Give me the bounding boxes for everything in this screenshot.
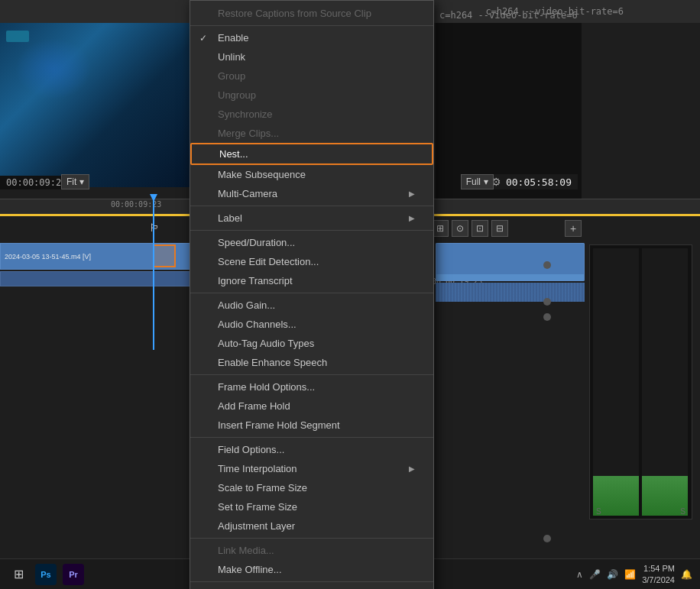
fit-chevron-icon: ▾ xyxy=(79,176,84,187)
menu-item-enable-enhance-speech[interactable]: Enable Enhance Speech xyxy=(190,353,433,372)
fit-dropdown[interactable]: Fit ▾ xyxy=(61,174,89,189)
timecode-left-display: 00:00:09:20 xyxy=(6,177,66,188)
clock-date: 3/7/2024 xyxy=(642,574,675,585)
menu-separator-8 xyxy=(190,581,433,582)
timeline-tool-2[interactable]: ⊙ xyxy=(452,220,468,237)
menu-separator-5 xyxy=(190,374,433,375)
photoshop-icon[interactable]: Ps xyxy=(35,564,57,585)
full-quality-dropdown[interactable]: Full ▾ xyxy=(461,174,494,189)
menu-item-rename[interactable]: Rename... xyxy=(190,584,433,589)
menu-label-enable: Enable xyxy=(218,32,248,44)
menu-label-audio-channels: Audio Channels... xyxy=(218,319,297,330)
timecode-right-area: ⚙ 00:05:58:09 xyxy=(485,174,578,189)
menu-item-merge-clips[interactable]: Merge Clips... xyxy=(190,124,433,143)
menu-item-enable[interactable]: Enable xyxy=(190,28,433,47)
track-dot-4 xyxy=(543,535,551,542)
menu-label-ungroup: Ungroup xyxy=(218,89,256,101)
premiere-icon[interactable]: Pr xyxy=(63,564,84,585)
taskbar-right: ∧ 🎤 🔊 📶 1:54 PM 3/7/2024 🔔 xyxy=(576,563,692,585)
time-interpolation-submenu-arrow: ▶ xyxy=(409,464,415,473)
timeline-tool-3[interactable]: ⊡ xyxy=(472,220,488,237)
menu-separator-7 xyxy=(190,538,433,539)
menu-label-auto-tag-audio-types: Auto-Tag Audio Types xyxy=(218,338,314,349)
menu-separator-6 xyxy=(190,437,433,438)
menu-item-time-interpolation[interactable]: Time Interpolation ▶ xyxy=(190,459,433,478)
menu-item-make-subsequence[interactable]: Make Subsequence xyxy=(190,165,433,184)
menu-item-label[interactable]: Label ▶ xyxy=(190,209,433,228)
menu-separator-2 xyxy=(190,206,433,206)
menu-item-speed-duration[interactable]: Speed/Duration... xyxy=(190,233,433,252)
clock-time: 1:54 PM xyxy=(642,563,675,574)
menu-label-adjustment-layer: Adjustment Layer xyxy=(218,520,295,532)
menu-label-make-offline: Make Offline... xyxy=(218,564,282,575)
track-dot-2 xyxy=(543,298,551,306)
menu-item-set-to-frame-size[interactable]: Set to Frame Size xyxy=(190,497,433,516)
volume-icon[interactable]: 🔊 xyxy=(607,569,618,580)
menu-item-audio-gain[interactable]: Audio Gain... xyxy=(190,296,433,315)
menu-item-synchronize[interactable]: Synchronize xyxy=(190,105,433,124)
label-submenu-arrow: ▶ xyxy=(409,214,415,222)
menu-item-group[interactable]: Group xyxy=(190,66,433,86)
menu-item-scene-edit-detection[interactable]: Scene Edit Detection... xyxy=(190,252,433,271)
full-label: Full xyxy=(466,176,481,187)
preview-left-image xyxy=(0,23,191,187)
menu-item-multi-camera[interactable]: Multi-Camera ▶ xyxy=(190,184,433,203)
fit-label: Fit xyxy=(66,176,76,187)
track-dot-1 xyxy=(543,261,551,269)
menu-item-link-media[interactable]: Link Media... xyxy=(190,541,433,560)
menu-label-scale-to-frame-size: Scale to Frame Size xyxy=(218,482,307,494)
menu-label-merge-clips: Merge Clips... xyxy=(218,128,279,139)
chevron-up-icon[interactable]: ∧ xyxy=(576,569,583,580)
menu-label-add-frame-hold: Add Frame Hold xyxy=(218,400,290,412)
menu-item-insert-frame-hold-segment[interactable]: Insert Frame Hold Segment xyxy=(190,416,433,435)
menu-label-time-interpolation: Time Interpolation xyxy=(218,463,297,474)
menu-item-ungroup[interactable]: Ungroup xyxy=(190,86,433,105)
menu-label-synchronize: Synchronize xyxy=(218,108,273,120)
audio-waveform-right[interactable] xyxy=(436,283,585,302)
menu-label-ignore-transcript: Ignore Transcript xyxy=(218,275,293,286)
menu-item-frame-hold-options[interactable]: Frame Hold Options... xyxy=(190,377,433,396)
mic-icon[interactable]: 🎤 xyxy=(589,569,601,580)
menu-item-nest[interactable]: Nest... xyxy=(190,143,433,165)
windows-start-button[interactable]: ⊞ xyxy=(8,564,29,585)
menu-separator-1 xyxy=(190,25,433,26)
code-line-header: c=h264 --video-bit-rate=6 xyxy=(439,9,578,21)
menu-label-scene-edit-detection: Scene Edit Detection... xyxy=(218,256,319,267)
menu-item-make-offline[interactable]: Make Offline... xyxy=(190,560,433,579)
timeline-tool-1[interactable]: ⊞ xyxy=(432,220,449,237)
video-clip-right[interactable] xyxy=(436,243,585,281)
menu-item-auto-tag-audio-types[interactable]: Auto-Tag Audio Types xyxy=(190,334,433,353)
clip-selection-box xyxy=(153,244,176,267)
timeline-tool-4[interactable]: ⊟ xyxy=(491,220,508,237)
menu-label-make-subsequence: Make Subsequence xyxy=(218,169,306,180)
notification-icon[interactable]: 🔔 xyxy=(681,569,692,580)
audio-clip[interactable] xyxy=(0,271,206,286)
menu-separator-4 xyxy=(190,293,433,293)
track-dot-3 xyxy=(543,313,551,321)
menu-item-unlink[interactable]: Unlink xyxy=(190,47,433,66)
system-clock[interactable]: 1:54 PM 3/7/2024 xyxy=(642,563,675,585)
menu-item-restore-captions[interactable]: Restore Captions from Source Clip xyxy=(190,4,433,23)
menu-label-frame-hold-options: Frame Hold Options... xyxy=(218,381,315,393)
menu-item-scale-to-frame-size[interactable]: Scale to Frame Size xyxy=(190,478,433,497)
menu-separator-3 xyxy=(190,230,433,231)
preview-right-panel xyxy=(436,23,582,199)
menu-item-field-options[interactable]: Field Options... xyxy=(190,440,433,459)
menu-label-multi-camera: Multi-Camera xyxy=(218,188,277,199)
menu-item-adjustment-layer[interactable]: Adjustment Layer xyxy=(190,516,433,536)
clip-name: 2024-03-05 13-51-45.m4 [V] xyxy=(5,253,91,261)
network-icon[interactable]: 📶 xyxy=(624,569,636,580)
vu-meter-panel: S S xyxy=(589,244,692,519)
full-chevron-icon: ▾ xyxy=(484,176,488,187)
taskbar-left: ⊞ Ps Pr xyxy=(8,564,84,585)
menu-item-ignore-transcript[interactable]: Ignore Transcript xyxy=(190,271,433,290)
menu-item-add-frame-hold[interactable]: Add Frame Hold xyxy=(190,396,433,416)
multi-camera-submenu-arrow: ▶ xyxy=(409,189,415,198)
vu-meter-right xyxy=(642,248,688,516)
menu-label-group: Group xyxy=(218,70,245,82)
menu-label-audio-gain: Audio Gain... xyxy=(218,299,275,311)
menu-item-audio-channels[interactable]: Audio Channels... xyxy=(190,315,433,334)
menu-label-set-to-frame-size: Set to Frame Size xyxy=(218,501,297,513)
add-track-button[interactable]: + xyxy=(565,220,582,237)
menu-label-nest: Nest... xyxy=(219,148,248,160)
